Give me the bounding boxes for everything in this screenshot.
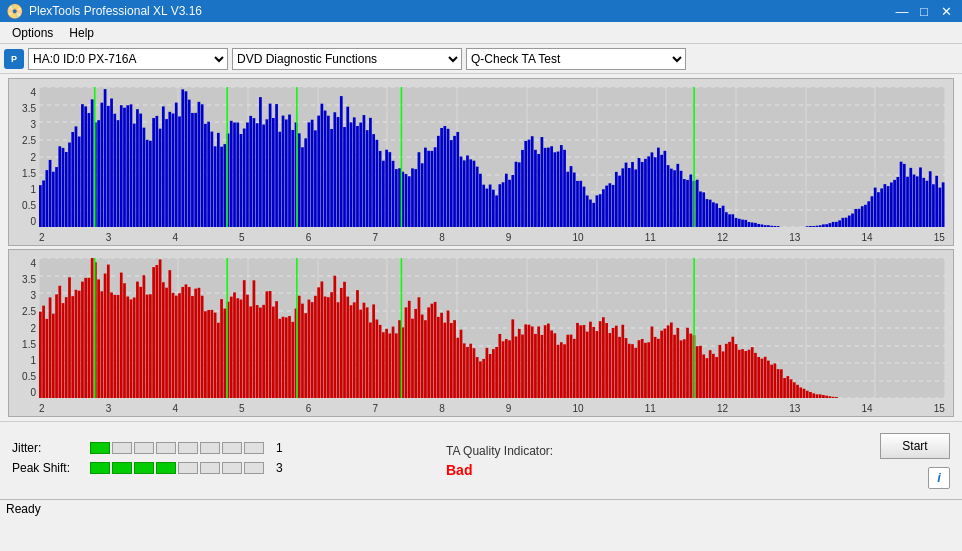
status-text: Ready [6,502,41,516]
jitter-seg-8 [244,442,264,454]
charts-area: 4 3.5 3 2.5 2 1.5 1 0.5 0 2 3 4 5 6 7 8 … [0,74,962,421]
function-select[interactable]: DVD Diagnostic Functions [232,48,462,70]
jitter-seg-5 [178,442,198,454]
bottom-chart-x-axis: 2 3 4 5 6 7 8 9 10 11 12 13 14 15 [39,403,945,414]
ps-seg-8 [244,462,264,474]
drive-select[interactable]: HA:0 ID:0 PX-716A [28,48,228,70]
test-select[interactable]: Q-Check TA Test [466,48,686,70]
jitter-seg-7 [222,442,242,454]
maximize-button[interactable]: □ [914,2,934,20]
ps-seg-7 [222,462,242,474]
bottom-chart-y-axis: 4 3.5 3 2.5 2 1.5 1 0.5 0 [9,258,39,398]
start-section: Start i [880,433,950,489]
top-chart-y-axis: 4 3.5 3 2.5 2 1.5 1 0.5 0 [9,87,39,227]
top-chart-canvas [39,87,945,227]
jitter-seg-1 [90,442,110,454]
title-bar-controls: — □ ✕ [892,2,956,20]
start-button[interactable]: Start [880,433,950,459]
ps-seg-5 [178,462,198,474]
bottom-chart-canvas [39,258,945,398]
menu-options[interactable]: Options [4,24,61,42]
app-icon: 📀 [6,3,23,19]
status-bar: Ready [0,499,962,517]
ps-seg-6 [200,462,220,474]
info-button[interactable]: i [928,467,950,489]
ta-quality-value: Bad [446,462,880,478]
peakshift-label: Peak Shift: [12,461,82,475]
peakshift-value: 3 [276,461,283,475]
jitter-value: 1 [276,441,283,455]
bottom-chart-inner [39,258,945,398]
jitter-label: Jitter: [12,441,82,455]
ps-seg-2 [112,462,132,474]
peakshift-bar [90,462,264,474]
peakshift-row: Peak Shift: 3 [12,461,446,475]
menu-help[interactable]: Help [61,24,102,42]
ta-quality-label: TA Quality Indicator: [446,444,880,458]
title-bar-left: 📀 PlexTools Professional XL V3.16 [6,3,202,19]
jitter-bar [90,442,264,454]
menu-bar: Options Help [0,22,962,44]
jitter-row: Jitter: 1 [12,441,446,455]
bottom-chart: 4 3.5 3 2.5 2 1.5 1 0.5 0 2 3 4 5 6 7 8 … [8,249,954,417]
jitter-seg-3 [134,442,154,454]
jitter-seg-4 [156,442,176,454]
ta-quality-section: TA Quality Indicator: Bad [446,444,880,478]
jitter-seg-6 [200,442,220,454]
top-chart: 4 3.5 3 2.5 2 1.5 1 0.5 0 2 3 4 5 6 7 8 … [8,78,954,246]
ps-seg-3 [134,462,154,474]
jitter-seg-2 [112,442,132,454]
minimize-button[interactable]: — [892,2,912,20]
metrics-section: Jitter: 1 Peak Shift: [12,441,446,481]
top-chart-x-axis: 2 3 4 5 6 7 8 9 10 11 12 13 14 15 [39,232,945,243]
top-chart-inner [39,87,945,227]
bottom-panel: Jitter: 1 Peak Shift: [0,421,962,499]
ps-seg-1 [90,462,110,474]
title-bar: 📀 PlexTools Professional XL V3.16 — □ ✕ [0,0,962,22]
ps-seg-4 [156,462,176,474]
drive-icon: P [4,49,24,69]
app-title: PlexTools Professional XL V3.16 [29,4,202,18]
close-button[interactable]: ✕ [936,2,956,20]
toolbar: P HA:0 ID:0 PX-716A DVD Diagnostic Funct… [0,44,962,74]
